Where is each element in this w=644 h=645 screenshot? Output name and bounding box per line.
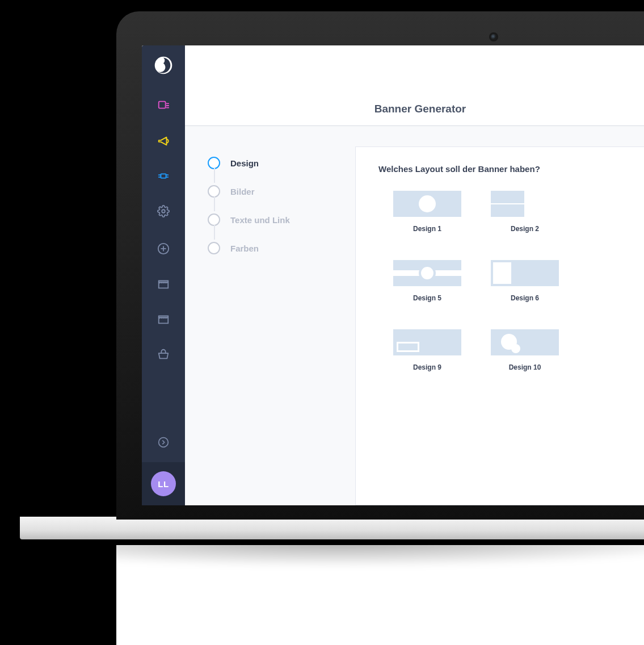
step-design[interactable]: Design bbox=[208, 149, 355, 177]
app-logo-icon[interactable] bbox=[154, 56, 173, 75]
step-dot-icon bbox=[208, 213, 220, 226]
sidebar-item-catalog[interactable] bbox=[155, 98, 171, 114]
design-thumbnail-icon bbox=[393, 191, 461, 217]
app-root: LL Banner Generator bbox=[142, 45, 644, 505]
step-label: Texte und Link bbox=[230, 215, 290, 225]
design-grid: Design 1 Design 2 bbox=[378, 191, 644, 371]
main-column: Banner Generator Design bbox=[185, 45, 644, 505]
step-texte-und-link[interactable]: Texte und Link bbox=[208, 206, 355, 234]
laptop-bezel: LL Banner Generator bbox=[116, 11, 644, 520]
design-thumbnail-icon bbox=[393, 329, 461, 355]
step-label: Farben bbox=[230, 244, 259, 253]
panel-question: Welches Layout soll der Banner haben? bbox=[378, 164, 644, 174]
sidebar-expand-button[interactable] bbox=[142, 422, 185, 462]
sidebar-nav-secondary bbox=[155, 241, 171, 362]
laptop-base bbox=[20, 517, 644, 539]
sidebar-item-plugin[interactable] bbox=[155, 168, 171, 184]
design-thumbnail-icon bbox=[491, 329, 559, 355]
sidebar-bottom: LL bbox=[142, 422, 185, 505]
design-label: Design 10 bbox=[509, 363, 541, 371]
step-label: Bilder bbox=[230, 187, 255, 196]
svg-rect-5 bbox=[161, 174, 166, 178]
design-label: Design 2 bbox=[511, 225, 539, 233]
step-dot-icon bbox=[208, 185, 220, 198]
top-blank-bar bbox=[185, 45, 644, 92]
title-bar: Banner Generator bbox=[185, 92, 644, 126]
design-option-5[interactable]: Design 5 bbox=[378, 260, 476, 302]
step-dot-icon bbox=[208, 242, 220, 254]
design-label: Design 6 bbox=[511, 294, 539, 302]
sidebar-item-basket[interactable] bbox=[155, 346, 171, 362]
laptop-screen: LL Banner Generator bbox=[142, 45, 644, 505]
content-area: Design Bilder Texte und Link bbox=[185, 126, 644, 505]
sidebar-item-marketing[interactable] bbox=[155, 133, 171, 149]
sidebar-item-settings[interactable] bbox=[155, 203, 171, 219]
svg-point-10 bbox=[162, 210, 165, 213]
design-thumbnail-icon bbox=[491, 260, 559, 286]
svg-point-14 bbox=[159, 438, 169, 447]
design-label: Design 1 bbox=[413, 225, 441, 233]
design-panel: Welches Layout soll der Banner haben? De… bbox=[355, 146, 644, 505]
design-option-6[interactable]: Design 6 bbox=[476, 260, 574, 302]
sidebar-nav-primary bbox=[155, 98, 171, 219]
laptop-mockup: LL Banner Generator bbox=[116, 0, 644, 645]
design-option-1[interactable]: Design 1 bbox=[378, 191, 476, 233]
design-label: Design 5 bbox=[413, 294, 441, 302]
sidebar-item-storefront-1[interactable] bbox=[155, 276, 171, 292]
laptop-camera-icon bbox=[491, 34, 496, 40]
design-option-10[interactable]: Design 10 bbox=[476, 329, 574, 371]
design-thumbnail-icon bbox=[393, 260, 461, 286]
svg-rect-1 bbox=[159, 102, 166, 108]
sidebar-user[interactable]: LL bbox=[142, 462, 185, 505]
page-title: Banner Generator bbox=[374, 103, 466, 115]
design-thumbnail-icon bbox=[491, 191, 559, 217]
sidebar-item-add[interactable] bbox=[155, 241, 171, 257]
user-avatar[interactable]: LL bbox=[151, 471, 176, 496]
step-label: Design bbox=[230, 158, 259, 168]
sidebar-item-storefront-2[interactable] bbox=[155, 311, 171, 327]
step-dot-icon bbox=[208, 157, 220, 169]
wizard-stepper: Design Bilder Texte und Link bbox=[208, 146, 355, 505]
step-farben[interactable]: Farben bbox=[208, 234, 355, 262]
design-label: Design 9 bbox=[413, 363, 441, 371]
step-bilder[interactable]: Bilder bbox=[208, 177, 355, 206]
laptop-shadow bbox=[20, 539, 644, 579]
design-option-2[interactable]: Design 2 bbox=[476, 191, 574, 233]
design-option-9[interactable]: Design 9 bbox=[378, 329, 476, 371]
sidebar: LL bbox=[142, 45, 185, 505]
